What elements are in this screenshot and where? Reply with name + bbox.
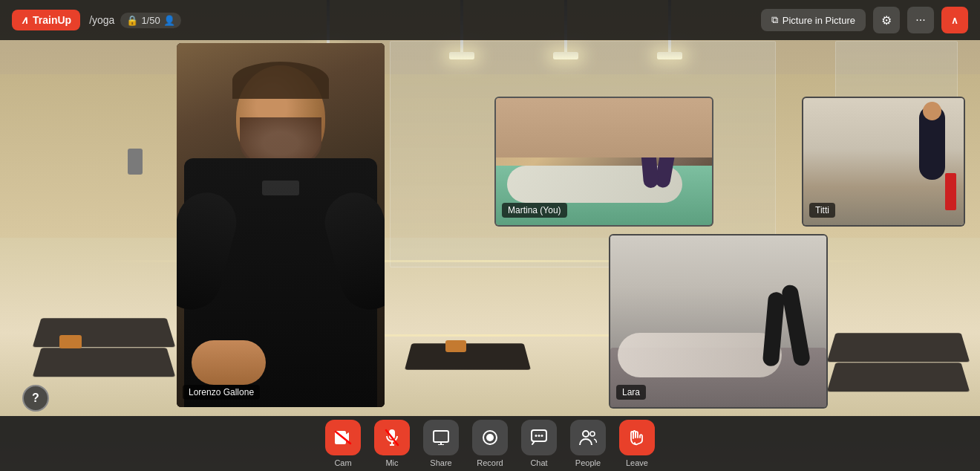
person-2-head (923, 102, 941, 120)
mic-label: Mic (385, 458, 398, 467)
share-icon (423, 420, 459, 455)
help-icon: ? (32, 392, 39, 405)
chat-button[interactable]: Chat (517, 420, 561, 467)
video-main: Lorenzo Gallone (177, 43, 385, 407)
svg-point-11 (535, 435, 538, 437)
room-info: /yoga 🔒 1/50 👤 (89, 13, 181, 28)
wall-panel-left (128, 149, 143, 175)
record-label: Record (477, 458, 503, 467)
cam-svg (334, 430, 352, 445)
logo-button[interactable]: ∧ TrainUp (12, 10, 80, 30)
leave-svg (629, 429, 645, 446)
video-bg-3 (610, 236, 826, 407)
cam-icon (325, 420, 361, 455)
martina-name: Martina (You) (508, 205, 561, 215)
room-count: 🔒 1/50 👤 (120, 13, 180, 28)
record-button[interactable]: Record (468, 420, 512, 467)
chat-label: Chat (530, 458, 547, 467)
video-tile-lara: Lara (609, 234, 828, 409)
logo-icon: ∧ (21, 14, 28, 26)
svg-point-12 (538, 435, 540, 437)
flag (945, 173, 956, 210)
topbar: ∧ TrainUp /yoga 🔒 1/50 👤 ⧉ Picture in Pi… (0, 0, 980, 40)
svg-rect-5 (434, 431, 448, 442)
leave-icon (619, 420, 655, 455)
yoga-mat-right-1 (827, 363, 970, 392)
instructor-hands (192, 340, 266, 385)
people-label: People (575, 458, 601, 467)
pip-icon: ⧉ (771, 14, 778, 26)
room-bg-1 (496, 98, 712, 157)
instructor-name-tag: Lorenzo Gallone (183, 385, 260, 400)
lock-icon: 🔒 (126, 15, 138, 26)
people-icon (570, 420, 606, 455)
mic-icon (374, 420, 410, 455)
person-3-body (618, 333, 782, 377)
mic-svg (385, 429, 399, 446)
topbar-right: ⧉ Picture in Picture ⚙ ··· ∧ (761, 7, 968, 33)
participant-count: 1/50 (141, 15, 160, 26)
cam-label: Cam (334, 458, 351, 467)
cam-button[interactable]: Cam (321, 420, 365, 467)
more-button[interactable]: ··· (907, 7, 934, 33)
logo-text: TrainUp (33, 14, 71, 26)
video-tile-titti: Titti (802, 97, 965, 227)
lara-name-tag: Lara (616, 385, 646, 400)
lara-name: Lara (622, 387, 640, 397)
mic-button[interactable]: Mic (370, 420, 414, 467)
settings-icon: ⚙ (881, 13, 892, 27)
topbar-left: ∧ TrainUp /yoga 🔒 1/50 👤 (12, 10, 181, 30)
yoga-mat-center (405, 343, 531, 369)
yoga-mat-right-2 (827, 333, 970, 362)
yoga-block-left (59, 335, 82, 348)
titti-name: Titti (815, 205, 829, 215)
titti-name-tag: Titti (809, 203, 835, 218)
leave-button[interactable]: Leave (615, 420, 659, 467)
pip-button[interactable]: ⧉ Picture in Picture (761, 9, 866, 31)
video-tile-martina: Martina (You) (494, 97, 713, 227)
people-icon: 👤 (163, 15, 175, 26)
chat-svg (531, 429, 547, 446)
svg-point-9 (486, 434, 494, 441)
shirt-logo (262, 181, 299, 195)
people-svg (579, 429, 597, 446)
people-button[interactable]: People (566, 420, 610, 467)
instructor-head (236, 65, 325, 169)
instructor-name: Lorenzo Gallone (189, 387, 254, 397)
leave-label: Leave (626, 458, 648, 467)
yoga-mat-left-2 (33, 318, 175, 347)
share-label: Share (430, 458, 451, 467)
yoga-mat-left-1 (33, 348, 175, 377)
instructor-hair (232, 62, 329, 99)
help-button[interactable]: ? (22, 385, 49, 412)
record-svg (482, 429, 498, 446)
brand-icon: ∧ (951, 15, 958, 26)
svg-point-15 (590, 432, 595, 436)
settings-button[interactable]: ⚙ (873, 7, 900, 33)
toolbar: Cam Mic Share (0, 416, 980, 471)
more-icon: ··· (915, 13, 925, 27)
yoga-block-center (445, 340, 466, 352)
record-icon (472, 420, 508, 455)
share-svg (433, 430, 449, 445)
studio-background (0, 0, 980, 471)
video-main-inner (177, 43, 385, 407)
chat-icon (521, 420, 557, 455)
pip-label: Picture in Picture (783, 15, 855, 26)
svg-point-14 (583, 431, 589, 437)
martina-name-tag: Martina (You) (502, 203, 567, 218)
room-path: /yoga (89, 14, 114, 26)
brand-button[interactable]: ∧ (941, 7, 968, 33)
svg-point-13 (541, 435, 543, 437)
share-button[interactable]: Share (419, 420, 463, 467)
